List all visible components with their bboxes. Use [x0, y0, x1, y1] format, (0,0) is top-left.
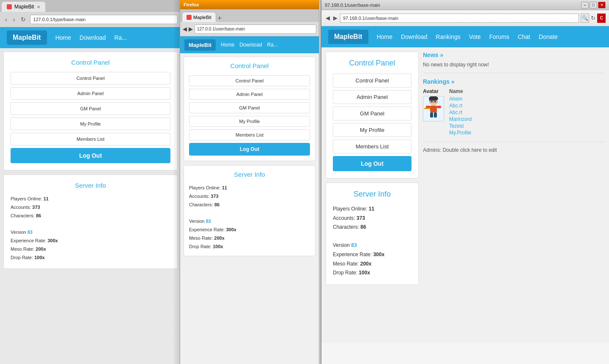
- cp-btn-members-right[interactable]: Members List: [333, 140, 411, 153]
- firefox-label: Firefox: [184, 2, 199, 7]
- cp-btn-profile-bg[interactable]: My Profile: [11, 118, 170, 130]
- right-sidebar: News » No news to display right now! Ran…: [423, 52, 605, 339]
- forward-btn-mid[interactable]: ▶: [189, 26, 193, 32]
- players-online-mid: Players Online: 11: [189, 184, 310, 192]
- url-box-mid[interactable]: 127.0.0.1/user/base-main: [195, 25, 316, 34]
- tab-close-bg[interactable]: ✕: [37, 5, 40, 9]
- tab-bar-mid: MapleBit +: [180, 9, 319, 22]
- nav-home-right[interactable]: Home: [377, 33, 392, 40]
- nav-vote-right[interactable]: Vote: [469, 33, 481, 40]
- drop-bg: Drop Rate: 100x: [11, 254, 170, 262]
- version-bg: Version 83: [11, 228, 170, 237]
- drop-mid: Drop Rate: 100x: [189, 243, 310, 251]
- nav-ra-bg[interactable]: Ra...: [114, 34, 127, 41]
- ie-search-btn[interactable]: 🔍: [581, 14, 589, 23]
- characters-mid: Characters: 86: [189, 201, 310, 209]
- meso-right: Meso Rate: 200x: [333, 260, 411, 269]
- back-btn-mid[interactable]: ◀: [183, 26, 187, 32]
- tab-add-btn[interactable]: +: [218, 14, 222, 22]
- admins-text[interactable]: Admins: Double click here to edit: [423, 147, 605, 153]
- cp-btn-gm-mid[interactable]: GM Panel: [189, 102, 310, 113]
- browser-window-bg: MapleBit ✕ ‹ › ↻ 127.0.0.1/type/base-mai…: [0, 0, 181, 364]
- refresh-btn-bg[interactable]: ↻: [19, 15, 27, 24]
- nav-home-bg[interactable]: Home: [55, 34, 71, 41]
- tab-bar-bg: MapleBit ✕: [0, 0, 181, 12]
- news-section: News » No news to display right now!: [423, 52, 605, 68]
- cp-btn-admin-mid[interactable]: Admin Panel: [189, 89, 310, 100]
- cp-btn-members-mid[interactable]: Members List: [189, 129, 310, 140]
- browser-window-right: 97.168.0.1/user/base-main – □ ✕ ◀ ▶ 97.1…: [321, 0, 609, 364]
- players-online-bg: Players Online: 11: [11, 195, 170, 203]
- version-value-bg: 83: [27, 230, 33, 235]
- ie-minimize[interactable]: –: [581, 2, 589, 8]
- drop-right: Drop Rate: 100x: [333, 268, 411, 278]
- cp-btn-profile-mid[interactable]: My Profile: [189, 116, 310, 127]
- exp-value-bg: 300x: [47, 238, 58, 243]
- svg-rect-13: [424, 108, 430, 109]
- rank-row-4: Marinzord: [449, 116, 472, 122]
- ie-title: 97.168.0.1/user/base-main: [325, 3, 581, 8]
- browser-window-mid: Firefox MapleBit + ◀ ▶ 127.0.0.1/user/ba…: [180, 0, 319, 364]
- rank-row-1: Ahem: [449, 96, 472, 102]
- url-box-bg[interactable]: 127.0.0.1/type/base-main: [30, 15, 178, 24]
- ie-controls: – □ ✕: [581, 2, 606, 8]
- accounts-right: Accounts: 373: [333, 214, 411, 223]
- url-text-bg: 127.0.0.1/type/base-main: [33, 17, 85, 22]
- ie-refresh-btn[interactable]: ↻: [591, 15, 595, 21]
- divider-1: [423, 73, 605, 73]
- nav-download-right[interactable]: Download: [401, 33, 427, 40]
- ie-url-box[interactable]: 97.168.0.1/user/base-main: [340, 14, 579, 23]
- back-btn-bg[interactable]: ‹: [3, 15, 9, 24]
- address-bar-mid: ◀ ▶ 127.0.0.1/user/base-main: [180, 22, 319, 36]
- logout-btn-right[interactable]: Log Out: [333, 156, 411, 171]
- ie-forward-btn[interactable]: ▶: [332, 14, 338, 22]
- exp-right: Experience Rate: 300x: [333, 250, 411, 260]
- svg-rect-8: [430, 106, 437, 112]
- ie-maximize[interactable]: □: [590, 2, 597, 8]
- nav-donate-right[interactable]: Donate: [539, 33, 558, 40]
- site-main-content: Control Panel Control Panel Admin Panel …: [321, 47, 609, 343]
- cp-btn-members-bg[interactable]: Members List: [11, 133, 170, 145]
- drop-value-bg: 100x: [34, 255, 44, 260]
- cp-btn-control-bg[interactable]: Control Panel: [11, 72, 170, 85]
- site-brand-right[interactable]: MapleBit: [328, 30, 368, 44]
- accounts-value-bg: 373: [32, 205, 40, 210]
- meso-bg: Meso Rate: 200x: [11, 245, 170, 254]
- nav-chat-right[interactable]: Chat: [518, 33, 530, 40]
- site-brand-bg[interactable]: MapleBit: [7, 30, 47, 45]
- ie-titlebar: 97.168.0.1/user/base-main – □ ✕: [321, 0, 609, 10]
- cp-btn-control-right[interactable]: Control Panel: [333, 74, 411, 88]
- nav-download-mid[interactable]: Download: [239, 42, 262, 48]
- divider-2: [423, 142, 605, 142]
- site-brand-mid[interactable]: MapleBit: [184, 39, 216, 51]
- svg-point-3: [431, 101, 433, 102]
- cp-btn-admin-bg[interactable]: Admin Panel: [11, 87, 170, 100]
- name-header: Name: [449, 88, 472, 94]
- cp-btn-gm-right[interactable]: GM Panel: [333, 107, 411, 120]
- server-info-card-right: Server Info Players Online: 11 Accounts:…: [326, 183, 419, 285]
- nav-forums-right[interactable]: Forums: [489, 33, 509, 40]
- cp-btn-profile-right[interactable]: My Profile: [333, 123, 411, 137]
- logout-btn-bg[interactable]: Log Out: [11, 148, 170, 163]
- ie-close[interactable]: ✕: [598, 2, 606, 8]
- logout-btn-mid[interactable]: Log Out: [189, 143, 310, 156]
- browser-tab-bg[interactable]: MapleBit ✕: [2, 2, 45, 12]
- version-mid: Version 83: [189, 217, 310, 226]
- nav-rankings-right[interactable]: Rankings: [436, 33, 460, 40]
- tab-label-bg: MapleBit: [14, 4, 34, 10]
- site-content-bg: Control Panel Control Panel Admin Panel …: [0, 48, 181, 276]
- browser-tab-mid[interactable]: MapleBit: [182, 12, 216, 22]
- cp-btn-admin-right[interactable]: Admin Panel: [333, 90, 411, 104]
- cp-btn-control-mid[interactable]: Control Panel: [189, 75, 310, 86]
- rankings-content: Avatar: [423, 88, 605, 137]
- ie-back-btn[interactable]: ◀: [325, 14, 331, 22]
- accounts-mid: Accounts: 373: [189, 192, 310, 201]
- nav-download-bg[interactable]: Download: [80, 34, 106, 41]
- forward-btn-bg[interactable]: ›: [11, 15, 17, 24]
- cp-btn-gm-bg[interactable]: GM Panel: [11, 102, 170, 115]
- players-online-right: Players Online: 11: [333, 205, 411, 214]
- nav-home-mid[interactable]: Home: [221, 42, 234, 48]
- site-navbar-right: MapleBit Home Download Rankings Vote For…: [321, 26, 609, 47]
- nav-ra-mid[interactable]: Ra...: [267, 42, 278, 48]
- characters-bg: Characters: 86: [11, 212, 170, 220]
